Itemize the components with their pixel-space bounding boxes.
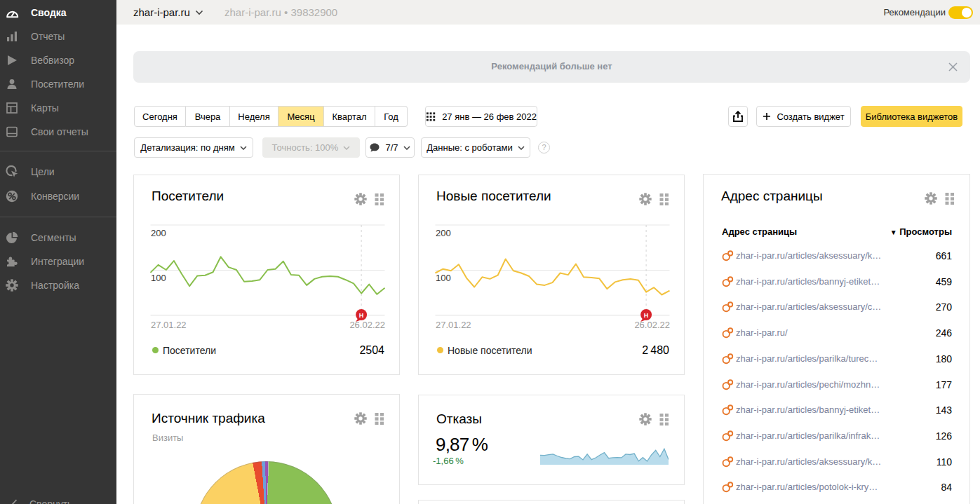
svg-text:Н: Н: [359, 312, 363, 319]
svg-text:Н: Н: [644, 312, 649, 319]
